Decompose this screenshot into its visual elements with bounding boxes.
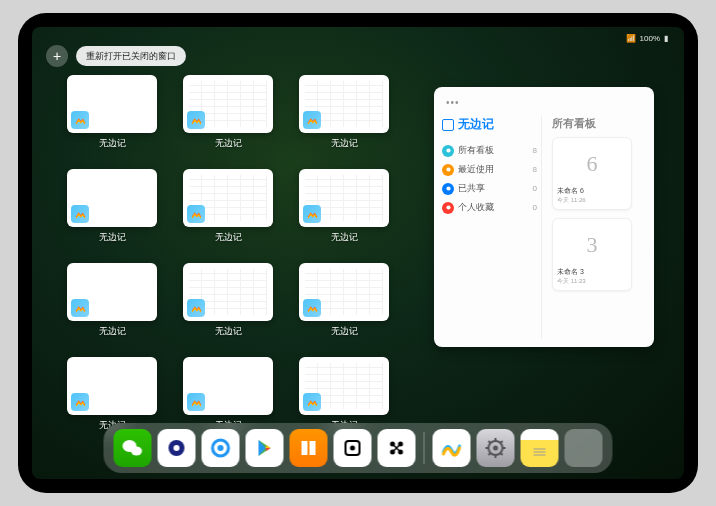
battery-label: 100% <box>640 34 660 43</box>
window-tile[interactable]: 无边记 <box>294 75 394 155</box>
window-tile[interactable]: 无边记 <box>62 75 162 155</box>
dock-icon-dice-app[interactable] <box>334 429 372 467</box>
nav-item-count: 8 <box>533 146 537 155</box>
nav-item-count: 0 <box>533 203 537 212</box>
window-tile[interactable]: 无边记 <box>294 169 394 249</box>
ipad-device-frame: 📶 100% ▮ + 重新打开已关闭的窗口 无边记无边记无边记无边记无边记无边记… <box>18 13 698 493</box>
freeform-app-icon <box>303 111 321 129</box>
dock-icon-notes[interactable] <box>521 429 559 467</box>
freeform-app-icon <box>303 299 321 317</box>
board-name: 未命名 6 <box>557 186 627 196</box>
board-date: 今天 11:23 <box>557 277 627 286</box>
window-thumbnail <box>67 357 157 415</box>
window-thumbnail <box>183 263 273 321</box>
nav-color-icon <box>442 145 454 157</box>
window-tile[interactable]: 无边记 <box>62 263 162 343</box>
reopen-closed-window-button[interactable]: 重新打开已关闭的窗口 <box>76 46 186 66</box>
plus-icon: + <box>53 48 61 64</box>
nav-color-icon <box>442 202 454 214</box>
window-thumbnail <box>183 357 273 415</box>
board-thumbnail: 3 <box>557 223 627 267</box>
dock-icon-play-store[interactable] <box>246 429 284 467</box>
board-thumbnail: 6 <box>557 142 627 186</box>
dock-icon-app-library-folder[interactable] <box>565 429 603 467</box>
dock-icon-browser-q-dark[interactable] <box>158 429 196 467</box>
sidebar-app-title: 无边记 <box>442 116 537 133</box>
window-tile[interactable]: 无边记 <box>294 263 394 343</box>
dock-icon-barcode-app[interactable] <box>378 429 416 467</box>
nav-color-icon <box>442 164 454 176</box>
window-label: 无边记 <box>331 231 358 244</box>
dock <box>104 423 613 473</box>
window-tile[interactable]: 无边记 <box>62 169 162 249</box>
window-thumbnail <box>67 263 157 321</box>
dock-divider <box>424 432 425 464</box>
window-label: 无边记 <box>215 231 242 244</box>
nav-color-icon <box>442 183 454 195</box>
dock-icon-wechat[interactable] <box>114 429 152 467</box>
window-label: 无边记 <box>99 231 126 244</box>
svg-point-17 <box>493 446 498 451</box>
add-window-button[interactable]: + <box>46 45 68 67</box>
freeform-app-icon <box>187 205 205 223</box>
freeform-app-icon <box>303 205 321 223</box>
signal-icon: 📶 <box>626 34 636 43</box>
board-date: 今天 11:26 <box>557 196 627 205</box>
sidebar-item-个人收藏[interactable]: 个人收藏0 <box>442 198 537 217</box>
window-tile[interactable]: 无边记 <box>178 75 278 155</box>
window-thumbnail <box>299 169 389 227</box>
freeform-app-icon <box>303 393 321 411</box>
status-bar: 📶 100% ▮ <box>32 31 684 45</box>
freeform-app-icon <box>187 299 205 317</box>
nav-item-label: 最近使用 <box>458 163 494 176</box>
svg-point-0 <box>446 148 450 152</box>
dock-icon-freeform[interactable] <box>433 429 471 467</box>
window-thumbnail <box>183 75 273 133</box>
freeform-app-icon <box>71 299 89 317</box>
window-thumbnail <box>299 75 389 133</box>
svg-point-5 <box>131 447 142 456</box>
dock-icon-browser-q-light[interactable] <box>202 429 240 467</box>
sidebar-item-最近使用[interactable]: 最近使用8 <box>442 160 537 179</box>
boards-title: 所有看板 <box>552 116 646 131</box>
freeform-app-icon <box>71 205 89 223</box>
dock-icon-settings[interactable] <box>477 429 515 467</box>
svg-point-7 <box>174 445 180 451</box>
sidebar-item-已共享[interactable]: 已共享0 <box>442 179 537 198</box>
window-label: 无边记 <box>215 137 242 150</box>
reopen-label: 重新打开已关闭的窗口 <box>86 50 176 63</box>
freeform-app-icon <box>71 393 89 411</box>
sidebar-item-所有看板[interactable]: 所有看板8 <box>442 141 537 160</box>
freeform-app-icon <box>187 111 205 129</box>
nav-item-label: 个人收藏 <box>458 201 494 214</box>
freeform-app-icon <box>71 111 89 129</box>
ellipsis-icon[interactable]: ••• <box>446 97 460 108</box>
svg-point-9 <box>218 445 224 451</box>
nav-item-label: 已共享 <box>458 182 485 195</box>
svg-point-2 <box>446 186 450 190</box>
window-label: 无边记 <box>215 325 242 338</box>
svg-point-1 <box>446 167 450 171</box>
window-thumbnail <box>183 169 273 227</box>
sidebar-icon <box>442 119 454 131</box>
window-tile[interactable]: 无边记 <box>178 263 278 343</box>
battery-icon: ▮ <box>664 34 668 43</box>
dock-icon-books[interactable] <box>290 429 328 467</box>
svg-point-11 <box>350 446 355 451</box>
window-thumbnail <box>67 75 157 133</box>
window-thumbnail <box>67 169 157 227</box>
window-label: 无边记 <box>331 137 358 150</box>
nav-item-label: 所有看板 <box>458 144 494 157</box>
board-card[interactable]: 3未命名 3今天 11:23 <box>552 218 632 291</box>
window-thumbnail <box>299 263 389 321</box>
screen: 📶 100% ▮ + 重新打开已关闭的窗口 无边记无边记无边记无边记无边记无边记… <box>32 27 684 479</box>
freeform-sidebar-panel[interactable]: ••• 无边记 所有看板8最近使用8已共享0个人收藏0 所有看板 6未命名 6今… <box>434 87 654 347</box>
freeform-app-icon <box>187 393 205 411</box>
boards-column: 所有看板 6未命名 6今天 11:263未命名 3今天 11:23 <box>548 116 646 339</box>
window-tile[interactable]: 无边记 <box>178 169 278 249</box>
window-label: 无边记 <box>331 325 358 338</box>
nav-item-count: 8 <box>533 165 537 174</box>
board-card[interactable]: 6未命名 6今天 11:26 <box>552 137 632 210</box>
window-thumbnail <box>299 357 389 415</box>
window-label: 无边记 <box>99 137 126 150</box>
